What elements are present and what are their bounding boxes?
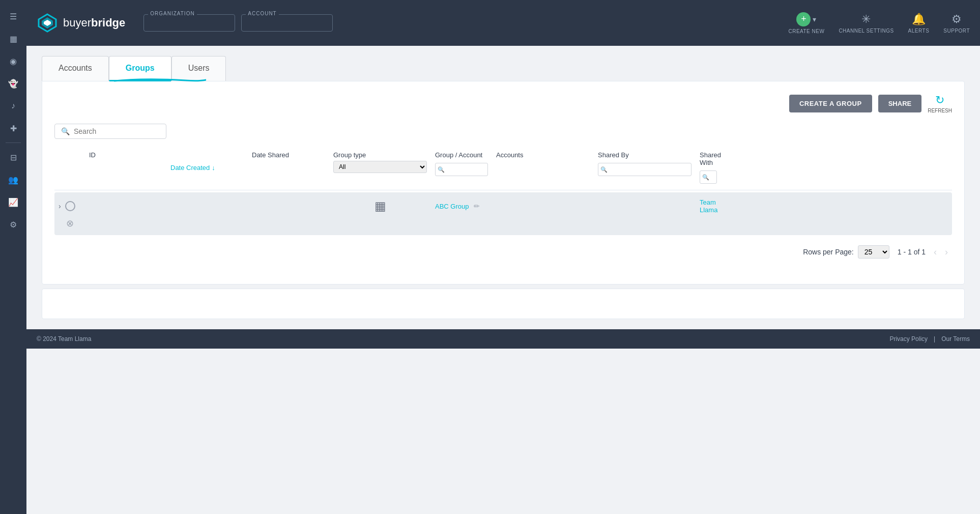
td-id [85, 204, 166, 208]
refresh-label: REFRESH [928, 108, 952, 113]
td-group-account: ABC Group ✏ [431, 200, 492, 212]
sidebar-item-social[interactable]: ◉ [3, 51, 23, 71]
row-circle-icon [65, 201, 75, 211]
main-content: buyerbridge ORGANIZATION ACCOUNT + ▾ [26, 0, 980, 514]
sidebar-item-ads[interactable]: ▦ [3, 28, 23, 49]
pagination: Rows per Page: 25 10 50 100 1 - 1 of 1 ‹… [54, 237, 952, 267]
alerts-action[interactable]: 🔔 ALERTS [908, 13, 930, 34]
group-account-search-icon: 🔍 [438, 166, 445, 173]
sort-icon: ↓ [212, 164, 215, 172]
th-expand [54, 149, 85, 186]
tiktok-icon: ♪ [11, 101, 15, 110]
organization-field[interactable]: ORGANIZATION [143, 14, 235, 32]
th-date-shared: Date Shared [248, 149, 329, 186]
group-account-link[interactable]: ABC Group [435, 203, 469, 210]
create-new-label: CREATE NEW [788, 28, 824, 34]
search-wrapper: 🔍 [54, 124, 166, 139]
rows-per-page-label: Rows per Page: [803, 248, 854, 256]
tab-accounts[interactable]: Accounts [42, 56, 109, 81]
social-icon: ◉ [10, 56, 17, 66]
tab-groups[interactable]: Groups [109, 56, 171, 81]
channel-settings-icon: ✳ [861, 13, 871, 26]
td-date-shared [248, 204, 329, 208]
th-group-account: Group / Account 🔍 [431, 149, 492, 186]
sidebar-item-layers[interactable]: ⊟ [3, 147, 23, 167]
th-shared-by: Shared By 🔍 [594, 149, 696, 186]
table-row: › [54, 192, 952, 235]
groups-panel: CREATE A GROUP SHARE ↻ REFRESH 🔍 [42, 81, 965, 284]
shared-with-search-input[interactable] [709, 172, 715, 182]
sidebar-item-pinterest[interactable]: ✚ [3, 118, 23, 138]
support-label: SUPPORT [943, 28, 970, 34]
sidebar-item-settings[interactable]: ⚙ [3, 214, 23, 235]
group-account-search-input[interactable] [445, 164, 485, 175]
analytics-icon: 📈 [8, 197, 18, 207]
rows-per-page-select[interactable]: 25 10 50 100 [858, 245, 889, 259]
share-button[interactable]: SHARE [878, 95, 922, 112]
account-field[interactable]: ACCOUNT [241, 14, 333, 32]
search-container: 🔍 [54, 124, 952, 139]
group-type-filter-select[interactable]: All [333, 161, 427, 173]
tabs: Accounts Groups Users [42, 56, 965, 81]
footer-links: Privacy Policy | Our Terms [889, 335, 970, 342]
td-expand: › [54, 199, 85, 213]
snapchat-icon: 👻 [8, 79, 18, 89]
create-group-button[interactable]: CREATE A GROUP [789, 95, 872, 112]
pinterest-icon: ✚ [10, 124, 17, 133]
footer-copyright: © 2024 Team Llama [37, 335, 91, 342]
tab-users[interactable]: Users [171, 56, 226, 81]
privacy-policy-link[interactable]: Privacy Policy [889, 335, 928, 342]
td-shared-with: Team Llama [696, 196, 721, 216]
th-date-created[interactable]: Date Created ↓ [166, 149, 248, 186]
td-accounts [492, 204, 594, 208]
account-value [248, 18, 326, 29]
td-group-type-icon: ▦ [329, 197, 431, 215]
th-accounts: Accounts [492, 149, 594, 186]
sidebar-item-analytics[interactable]: 📈 [3, 192, 23, 212]
refresh-button[interactable]: ↻ REFRESH [928, 94, 952, 113]
group-type-icon: ▦ [374, 199, 386, 213]
th-id: ID [85, 149, 166, 186]
create-new-icon: + [796, 12, 811, 26]
shared-with-link[interactable]: Team Llama [700, 198, 717, 214]
terms-link[interactable]: Our Terms [941, 335, 970, 342]
create-new-wrapper: + ▾ [796, 12, 816, 26]
sidebar-item-snapchat[interactable]: 👻 [3, 73, 23, 94]
scroll-area: Accounts Groups Users [26, 46, 980, 514]
td-remove: ⊗ [54, 216, 85, 231]
td-shared-by [594, 204, 696, 208]
shared-by-search-input[interactable] [608, 164, 689, 175]
topbar: buyerbridge ORGANIZATION ACCOUNT + ▾ [26, 0, 980, 46]
rows-per-page: Rows per Page: 25 10 50 100 [803, 245, 889, 259]
remove-button[interactable]: ⊗ [66, 218, 74, 229]
account-label: ACCOUNT [246, 11, 278, 16]
sidebar: ☰ ▦ ◉ 👻 ♪ ✚ ⊟ 👥 📈 ⚙ [0, 0, 26, 514]
shared-by-search-icon: 🔍 [600, 166, 608, 173]
expand-button[interactable]: › [59, 202, 61, 210]
page-info: 1 - 1 of 1 [898, 248, 926, 256]
logo-icon [37, 12, 58, 34]
create-new-dropdown-icon: ▾ [813, 15, 816, 23]
sidebar-item-users[interactable]: 👥 [3, 169, 23, 190]
sidebar-item-tiktok[interactable]: ♪ [3, 96, 23, 116]
layers-icon: ⊟ [10, 153, 17, 162]
logo: buyerbridge [37, 12, 125, 34]
org-account-fields: ORGANIZATION ACCOUNT [143, 14, 333, 32]
channel-settings-label: CHANNEL SETTINGS [839, 28, 893, 34]
sidebar-hamburger[interactable]: ☰ [3, 6, 23, 26]
hamburger-icon: ☰ [10, 12, 17, 21]
create-new-action[interactable]: + ▾ CREATE NEW [788, 12, 824, 34]
ads-icon: ▦ [10, 34, 17, 44]
groups-table: ID Date Created ↓ Date Shared Group type [54, 149, 952, 235]
bottom-card [42, 289, 965, 319]
edit-group-icon[interactable]: ✏ [474, 202, 480, 210]
prev-page-button[interactable]: ‹ [934, 247, 937, 258]
alerts-label: ALERTS [908, 28, 930, 34]
content-area: Accounts Groups Users [26, 46, 980, 329]
channel-settings-action[interactable]: ✳ CHANNEL SETTINGS [839, 13, 893, 34]
search-input[interactable] [74, 127, 160, 135]
next-page-button[interactable]: › [945, 247, 948, 258]
footer: © 2024 Team Llama Privacy Policy | Our T… [26, 329, 980, 349]
gear-icon: ⚙ [10, 220, 17, 230]
support-action[interactable]: ⚙ SUPPORT [943, 13, 970, 34]
